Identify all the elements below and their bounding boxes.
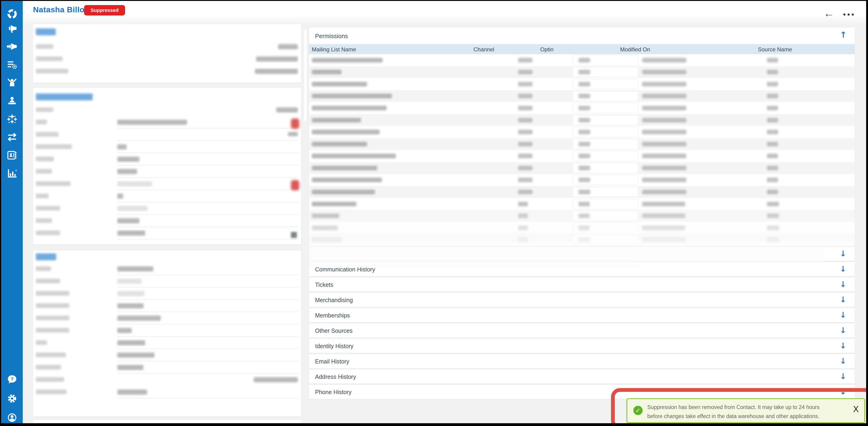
input-field-underline[interactable] bbox=[117, 202, 298, 203]
mailing-list-name-redacted bbox=[312, 178, 382, 182]
field-label-redacted bbox=[36, 365, 61, 369]
more-options-icon[interactable] bbox=[843, 13, 854, 16]
mailing-list-name-redacted bbox=[312, 70, 342, 74]
help-icon[interactable]: ? bbox=[6, 374, 18, 385]
red-action-icon[interactable] bbox=[291, 180, 299, 190]
field-label-redacted bbox=[36, 44, 53, 49]
column-header-modified-on: Modified On bbox=[620, 46, 650, 53]
expand-down-icon[interactable]: ↓ bbox=[840, 342, 847, 349]
contacts-book-icon[interactable] bbox=[6, 150, 18, 161]
form-field-row-redacted bbox=[33, 375, 301, 388]
accordion-section-communication-history[interactable]: Communication History↓ bbox=[309, 262, 855, 276]
input-field-underline[interactable] bbox=[117, 226, 298, 227]
mailing-list-name-redacted bbox=[312, 214, 339, 218]
field-label-redacted bbox=[36, 291, 69, 296]
column-header-mailing-list-name: Mailing List Name bbox=[312, 46, 356, 53]
expand-down-icon[interactable]: ↓ bbox=[840, 250, 847, 257]
megaphone-add-icon[interactable] bbox=[6, 41, 18, 52]
permissions-table-row[interactable] bbox=[309, 114, 855, 126]
optin-value-redacted bbox=[579, 94, 590, 98]
audience-icon[interactable] bbox=[6, 77, 18, 88]
input-field-underline[interactable] bbox=[117, 324, 298, 325]
settings-icon[interactable] bbox=[6, 393, 18, 404]
field-label-redacted bbox=[36, 315, 69, 320]
input-field-underline[interactable] bbox=[117, 165, 298, 165]
section-title-blob bbox=[36, 93, 93, 100]
optin-value-redacted bbox=[579, 226, 590, 230]
permissions-table-row[interactable] bbox=[309, 150, 855, 162]
input-field-underline[interactable] bbox=[117, 287, 298, 287]
accordion-section-email-history[interactable]: Email History↓ bbox=[309, 354, 855, 368]
permissions-table-row[interactable] bbox=[309, 66, 855, 78]
megaphone-icon[interactable] bbox=[6, 23, 18, 34]
accordion-section-tickets[interactable]: Tickets↓ bbox=[309, 277, 855, 292]
back-arrow-icon[interactable]: ← bbox=[824, 8, 834, 19]
accordion-section-memberships[interactable]: Memberships↓ bbox=[309, 308, 855, 322]
channel-value-redacted bbox=[518, 238, 528, 242]
input-field-underline[interactable] bbox=[117, 361, 298, 361]
channel-value-redacted bbox=[518, 58, 532, 62]
calendar-icon[interactable] bbox=[291, 232, 297, 238]
account-icon[interactable] bbox=[6, 412, 18, 423]
accordion-section-identity-history[interactable]: Identity History↓ bbox=[309, 339, 855, 353]
accordion-section-phone-history[interactable]: Phone History↓ bbox=[309, 385, 855, 399]
field-label-redacted bbox=[36, 206, 60, 211]
input-field-underline[interactable] bbox=[117, 190, 298, 190]
input-field-underline[interactable] bbox=[117, 214, 298, 215]
expand-down-icon[interactable]: ↓ bbox=[840, 372, 847, 380]
card-section-title-redacted bbox=[36, 88, 301, 100]
input-field-underline[interactable] bbox=[117, 348, 298, 349]
input-field-underline[interactable] bbox=[117, 275, 298, 275]
data-sync-icon[interactable] bbox=[6, 131, 18, 143]
modified-on-value-redacted bbox=[642, 190, 686, 194]
collapse-up-icon[interactable]: ↑ bbox=[840, 31, 847, 39]
expand-down-icon[interactable]: ↓ bbox=[840, 357, 847, 365]
permissions-table-row[interactable] bbox=[309, 222, 855, 234]
expand-down-icon[interactable]: ↓ bbox=[840, 326, 847, 334]
permissions-table-row[interactable] bbox=[309, 186, 855, 198]
expand-down-icon[interactable]: ↓ bbox=[840, 265, 847, 273]
reports-icon[interactable] bbox=[6, 168, 18, 179]
permissions-table-row[interactable] bbox=[309, 234, 855, 246]
expand-down-icon[interactable]: ↓ bbox=[840, 280, 847, 288]
permissions-table-row[interactable] bbox=[309, 102, 855, 114]
source-name-value-redacted bbox=[767, 142, 778, 146]
input-field-underline[interactable] bbox=[117, 312, 298, 312]
permissions-table-row[interactable] bbox=[309, 174, 855, 186]
input-field-underline[interactable] bbox=[117, 336, 298, 337]
permissions-table-row[interactable] bbox=[309, 162, 855, 174]
accordion-section-merchandising[interactable]: Merchandising↓ bbox=[309, 293, 855, 307]
input-field-underline[interactable] bbox=[117, 299, 298, 300]
field-value-redacted bbox=[254, 377, 298, 382]
accordion-section-address-history[interactable]: Address History↓ bbox=[309, 369, 855, 384]
permissions-table-row[interactable] bbox=[309, 138, 855, 150]
input-field-underline[interactable] bbox=[117, 153, 298, 153]
segments-icon[interactable] bbox=[6, 114, 18, 125]
channel-value-redacted bbox=[518, 166, 532, 170]
permissions-table-row[interactable] bbox=[309, 78, 855, 90]
permissions-table-row[interactable] bbox=[309, 198, 855, 210]
input-field-underline[interactable] bbox=[117, 177, 298, 178]
expand-down-icon[interactable]: ↓ bbox=[840, 311, 847, 319]
permissions-table-row[interactable] bbox=[309, 90, 855, 102]
input-field-underline[interactable] bbox=[117, 373, 298, 374]
red-action-icon[interactable] bbox=[291, 119, 299, 129]
input-field-underline[interactable] bbox=[117, 239, 298, 239]
toast-message: Suppression has been removed from Contac… bbox=[647, 403, 831, 421]
accordion-section-hidden[interactable]: ↓ bbox=[309, 247, 855, 261]
input-field-underline[interactable] bbox=[117, 128, 298, 128]
input-field-underline[interactable] bbox=[117, 398, 298, 398]
service-desk-icon[interactable] bbox=[6, 95, 18, 106]
list-settings-icon[interactable] bbox=[6, 59, 18, 70]
left-panel-scrollbar[interactable] bbox=[303, 29, 307, 121]
permissions-table-row[interactable] bbox=[309, 54, 855, 66]
input-field-underline[interactable] bbox=[117, 141, 298, 141]
permissions-table-row[interactable] bbox=[309, 126, 855, 138]
accordion-section-other-sources[interactable]: Other Sources↓ bbox=[309, 324, 855, 338]
toast-close-icon[interactable]: X bbox=[853, 405, 859, 414]
field-value-redacted bbox=[117, 340, 145, 345]
permissions-table-row[interactable] bbox=[309, 210, 855, 222]
expand-down-icon[interactable]: ↓ bbox=[840, 296, 847, 304]
app-logo-icon[interactable] bbox=[6, 8, 18, 20]
expand-down-icon[interactable]: ↓ bbox=[840, 388, 847, 396]
